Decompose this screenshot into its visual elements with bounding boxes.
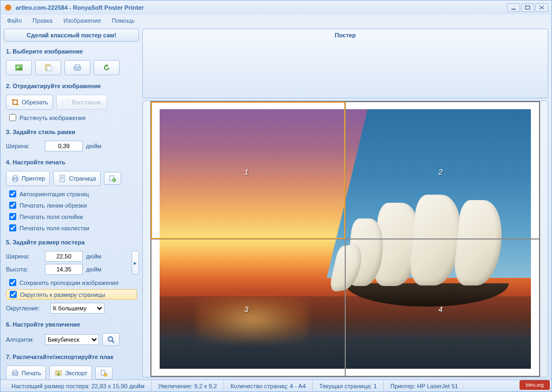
svg-rect-0 xyxy=(511,9,516,10)
step3-title: 3. Задайте стиль рамки xyxy=(4,128,139,136)
poster-height-label: Высота: xyxy=(6,266,42,273)
page-settings-button[interactable] xyxy=(104,172,121,185)
poster-height-input[interactable] xyxy=(45,264,83,275)
algorithm-select[interactable]: Бикубическ xyxy=(45,334,99,345)
paste-image-button[interactable] xyxy=(35,60,61,75)
page-3[interactable]: 3 xyxy=(151,239,345,376)
svg-rect-17 xyxy=(14,370,17,373)
app-icon xyxy=(4,3,12,12)
keep-proportions-checkbox[interactable] xyxy=(9,279,16,286)
stretch-checkbox[interactable] xyxy=(9,114,16,121)
restore-button: Восстанов. xyxy=(56,95,108,110)
crop-lines-checkbox[interactable] xyxy=(9,202,16,209)
step7-title: 7. Распечатайте/экспортируйте плак xyxy=(4,353,139,361)
zoom-preview-button[interactable] xyxy=(102,333,120,346)
menu-file[interactable]: Файл xyxy=(5,16,24,25)
step1-title: 1. Выберите изображение xyxy=(4,47,139,56)
round-to-page-checkbox[interactable] xyxy=(10,291,17,298)
printer-button[interactable]: Принтер xyxy=(6,171,50,186)
svg-rect-5 xyxy=(47,66,51,71)
app-window: artleo.com-222584 - RonyaSoft Poster Pri… xyxy=(0,0,552,392)
poster-preview[interactable]: 1 2 3 4 xyxy=(150,101,540,377)
step4-title: 4. Настройте печать xyxy=(4,158,139,167)
rounding-label: Округление: xyxy=(6,305,47,311)
close-button[interactable] xyxy=(535,3,548,12)
page-2[interactable]: 2 xyxy=(345,102,540,239)
algorithm-label: Алгоритм: xyxy=(6,336,42,343)
page-1[interactable]: 1 xyxy=(151,102,345,239)
poster-header[interactable]: Постер xyxy=(142,29,548,98)
menu-image[interactable]: Изображение xyxy=(61,16,103,25)
overlap-fields-checkbox[interactable] xyxy=(9,224,16,231)
rounding-select[interactable]: К большему xyxy=(50,303,104,314)
export-button[interactable]: Экспорт xyxy=(49,366,92,381)
menu-help[interactable]: Помощь xyxy=(110,16,137,25)
watermark: bitru.org xyxy=(520,380,550,390)
svg-rect-7 xyxy=(75,65,80,67)
sidebar: Сделай классный постер сам! 1. Выберите … xyxy=(4,29,139,377)
content-area: Сделай классный постер сам! 1. Выберите … xyxy=(1,26,551,380)
svg-rect-12 xyxy=(60,175,64,182)
reload-image-button[interactable] xyxy=(94,60,120,75)
main-panel: Постер 1 2 xyxy=(142,29,548,377)
svg-point-20 xyxy=(104,373,107,376)
crop-button[interactable]: Обрезать xyxy=(6,95,53,110)
svg-rect-1 xyxy=(525,6,530,9)
page-4[interactable]: 4 xyxy=(345,239,540,376)
size-expander[interactable]: ▸ xyxy=(132,251,139,275)
statusbar: Настоящий размер постера: 22,83 x 15,90 … xyxy=(1,380,551,391)
border-width-unit: дюйм xyxy=(86,143,101,149)
preview-area: 1 2 3 4 xyxy=(142,101,548,377)
menubar: Файл Правка Изображение Помощь xyxy=(1,15,551,26)
scan-image-button[interactable] xyxy=(64,60,90,75)
make-poster-button[interactable]: Сделай классный постер сам! xyxy=(4,29,139,42)
glue-fields-checkbox[interactable] xyxy=(9,213,16,220)
svg-rect-8 xyxy=(63,99,68,105)
print-button[interactable]: Печать xyxy=(6,366,46,381)
status-current-page: Текущая страница: 1 xyxy=(313,380,384,391)
menu-edit[interactable]: Правка xyxy=(30,16,55,25)
titlebar[interactable]: artleo.com-222584 - RonyaSoft Poster Pri… xyxy=(1,1,551,15)
svg-rect-10 xyxy=(14,176,17,178)
page-button[interactable]: Страница xyxy=(53,171,101,186)
svg-point-14 xyxy=(113,178,116,182)
window-title: artleo.com-222584 - RonyaSoft Poster Pri… xyxy=(16,4,144,11)
border-width-label: Ширина: xyxy=(6,143,42,149)
svg-point-15 xyxy=(108,337,113,341)
auto-orient-checkbox[interactable] xyxy=(9,190,16,197)
step5-title: 5. Задайте размер постера xyxy=(4,238,139,247)
status-page-count: Количество страниц: 4 - A4 xyxy=(224,380,313,391)
open-image-button[interactable] xyxy=(6,60,32,75)
svg-rect-11 xyxy=(14,180,17,182)
step2-title: 2. Отредактируйте изображение xyxy=(4,82,139,90)
status-real-size: Настоящий размер постера: 22,83 x 15,90 … xyxy=(5,380,152,391)
svg-point-3 xyxy=(17,67,19,68)
poster-width-input[interactable] xyxy=(45,251,83,262)
step6-title: 6. Настройте увеличение xyxy=(4,320,139,329)
status-zoom: Увеличение: 9,2 x 9,2 xyxy=(152,380,224,391)
stretch-label: Растянуть изображение xyxy=(19,115,86,121)
poster-width-label: Ширина: xyxy=(6,253,42,260)
border-width-input[interactable] xyxy=(45,141,83,151)
export-settings-button[interactable] xyxy=(95,367,113,380)
minimize-button[interactable] xyxy=(507,3,520,12)
maximize-button[interactable] xyxy=(521,3,534,12)
